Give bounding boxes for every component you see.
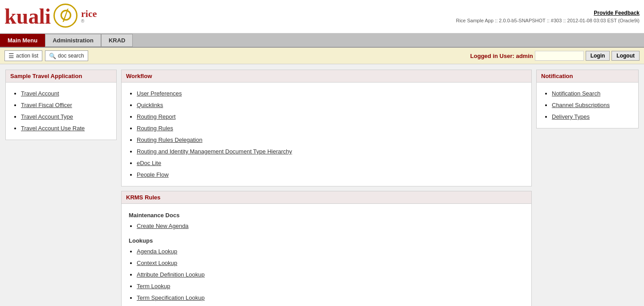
logo-circle: ∅	[53, 4, 77, 28]
action-list-button[interactable]: ☰ action list	[4, 50, 42, 61]
context-lookup-link[interactable]: Context Lookup	[137, 260, 177, 266]
quicklinks-link[interactable]: Quicklinks	[137, 102, 163, 108]
logo-slash-icon: ∅	[57, 5, 74, 25]
term-specification-lookup-link[interactable]: Term Specification Lookup	[137, 294, 204, 301]
logo-kuali-text: kuali	[4, 6, 51, 27]
toolbar: ☰ action list 🔍 doc search Logged in Use…	[0, 48, 644, 64]
lookups-list: Agenda Lookup Context Lookup Attribute D…	[129, 246, 524, 306]
main-content: Sample Travel Application Travel Account…	[0, 64, 644, 306]
logo-area: kuali ∅ rice ®	[4, 4, 97, 29]
sample-travel-list: Travel Account Travel Fiscal Officer Tra…	[13, 88, 109, 134]
notification-body: Notification Search Channel Subscription…	[537, 83, 638, 128]
logo-trademark: ®	[81, 19, 97, 24]
notification-list: Notification Search Channel Subscription…	[544, 88, 631, 123]
provide-feedback-link[interactable]: Provide Feedback	[594, 10, 640, 16]
notification-search-link[interactable]: Notification Search	[552, 90, 600, 97]
workflow-body: User Preferences Quicklinks Routing Repo…	[122, 83, 531, 186]
app-info: Rice Sample App :: 2.0.0-b5-SNAPSHOT :: …	[456, 18, 640, 23]
routing-rules-link[interactable]: Routing Rules	[137, 125, 173, 132]
login-input[interactable]	[535, 51, 584, 61]
logged-in-text: Logged in User: admin	[470, 53, 533, 59]
people-flow-link[interactable]: People Flow	[137, 171, 169, 178]
edoc-lite-link[interactable]: eDoc Lite	[137, 160, 161, 166]
create-new-agenda-link[interactable]: Create New Agenda	[137, 223, 188, 229]
logout-button[interactable]: Logout	[611, 51, 640, 61]
workflow-list: User Preferences Quicklinks Routing Repo…	[129, 88, 524, 181]
travel-fiscal-officer-link[interactable]: Travel Fiscal Officer	[21, 102, 72, 108]
notification-title: Notification	[537, 70, 638, 83]
maintenance-list: Create New Agenda	[129, 220, 524, 232]
travel-account-type-link[interactable]: Travel Account Type	[21, 113, 73, 120]
attribute-definition-lookup-link[interactable]: Attribute Definition Lookup	[137, 271, 204, 278]
routing-identity-link[interactable]: Routing and Identity Management Document…	[137, 148, 292, 155]
lookups-title: Lookups	[129, 237, 524, 244]
krms-body: Maintenance Docs Create New Agenda Looku…	[122, 204, 531, 306]
term-lookup-link[interactable]: Term Lookup	[137, 283, 170, 289]
nav-bar: Main Menu Administration KRAD	[0, 33, 644, 48]
doc-search-label: doc search	[58, 53, 84, 59]
header-right: Provide Feedback Rice Sample App :: 2.0.…	[456, 10, 640, 23]
nav-tab-main-menu[interactable]: Main Menu	[0, 34, 45, 47]
doc-search-button[interactable]: 🔍 doc search	[45, 50, 88, 61]
travel-account-use-rate-link[interactable]: Travel Account Use Rate	[21, 125, 85, 132]
doc-search-icon: 🔍	[49, 53, 56, 59]
login-button[interactable]: Login	[586, 51, 610, 61]
nav-tab-krad[interactable]: KRAD	[101, 34, 133, 47]
notification-panel: Notification Notification Search Channel…	[536, 70, 639, 128]
toolbar-left: ☰ action list 🔍 doc search	[4, 50, 88, 61]
workflow-panel: Workflow User Preferences Quicklinks Rou…	[121, 70, 532, 186]
logo-rice-text: rice	[81, 9, 97, 19]
routing-report-link[interactable]: Routing Report	[137, 113, 175, 120]
sample-travel-panel: Sample Travel Application Travel Account…	[5, 70, 117, 140]
maintenance-docs-title: Maintenance Docs	[129, 212, 524, 219]
channel-subscriptions-link[interactable]: Channel Subscriptions	[552, 102, 610, 108]
action-list-icon: ☰	[8, 52, 14, 59]
routing-rules-delegation-link[interactable]: Routing Rules Delegation	[137, 136, 202, 143]
sample-travel-title: Sample Travel Application	[6, 70, 116, 83]
login-area: Logged in User: admin Login Logout	[470, 51, 640, 61]
agenda-lookup-link[interactable]: Agenda Lookup	[137, 248, 177, 255]
nav-tab-administration[interactable]: Administration	[45, 34, 101, 47]
action-list-label: action list	[16, 53, 38, 59]
delivery-types-link[interactable]: Delivery Types	[552, 113, 590, 120]
center-panel: Workflow User Preferences Quicklinks Rou…	[121, 70, 532, 306]
user-preferences-link[interactable]: User Preferences	[137, 90, 182, 97]
header: kuali ∅ rice ® Provide Feedback Rice Sam…	[0, 0, 644, 33]
travel-account-link[interactable]: Travel Account	[21, 90, 59, 97]
krms-panel: KRMS Rules Maintenance Docs Create New A…	[121, 191, 532, 306]
krms-title: KRMS Rules	[122, 191, 531, 204]
sample-travel-body: Travel Account Travel Fiscal Officer Tra…	[6, 83, 116, 140]
workflow-title: Workflow	[122, 70, 531, 83]
